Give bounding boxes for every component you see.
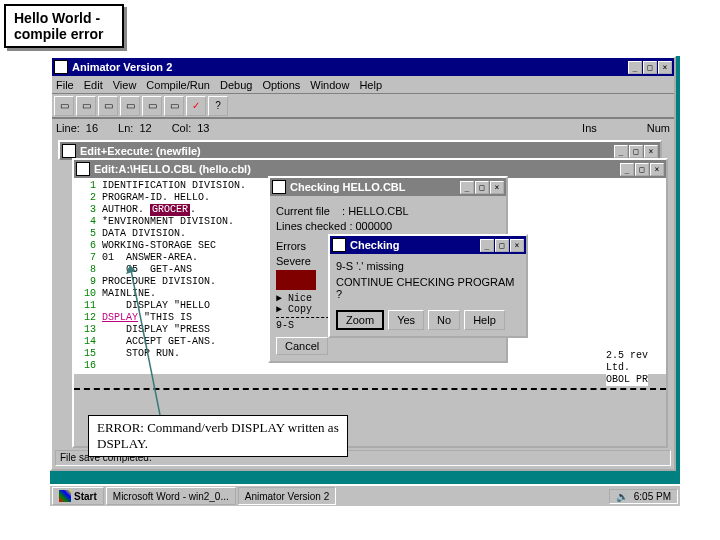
no-button[interactable]: No <box>428 310 460 330</box>
yes-button[interactable]: Yes <box>388 310 424 330</box>
taskbar: Start Microsoft Word - win2_0... Animato… <box>50 484 680 506</box>
minimize-button[interactable]: _ <box>628 61 642 74</box>
checking-inner-dialog: Checking _ □ × 9-S '.' missing CONTINUE … <box>328 234 528 338</box>
ins-indicator: Ins <box>582 122 597 134</box>
tool-btn-4[interactable]: ▭ <box>120 96 140 116</box>
edit-icon <box>62 144 76 158</box>
errors-label: Errors <box>276 240 306 252</box>
code-fragment-right: 2.5 rev Ltd. OBOL PR <box>606 350 648 386</box>
menu-compile-run[interactable]: Compile/Run <box>146 79 210 91</box>
menu-debug[interactable]: Debug <box>220 79 252 91</box>
current-file-value: : HELLO.CBL <box>342 205 409 217</box>
error-msg: 9-S '.' missing <box>336 260 520 272</box>
edit-execute-window: Edit+Execute: (newfile) _ □ × <box>58 140 662 160</box>
checking-title: Checking HELLO.CBL <box>290 181 460 193</box>
error-indicator-icon <box>276 270 316 290</box>
line-value: 16 <box>86 122 98 134</box>
line-label: Line: <box>56 122 80 134</box>
lines-checked-value: : 000000 <box>349 220 392 232</box>
checking-titlebar[interactable]: Checking HELLO.CBL _ □ × <box>270 178 506 196</box>
menu-edit[interactable]: Edit <box>84 79 103 91</box>
zoom-button[interactable]: Zoom <box>336 310 384 330</box>
menu-help[interactable]: Help <box>359 79 382 91</box>
start-button[interactable]: Start <box>52 487 104 505</box>
col-label: Col: <box>172 122 192 134</box>
inner-body: 9-S '.' missing CONTINUE CHECKING PROGRA… <box>330 254 526 336</box>
ln-label: Ln: <box>118 122 133 134</box>
code-close[interactable]: × <box>650 163 664 176</box>
main-title: Animator Version 2 <box>72 61 628 73</box>
severe-label: Severe <box>276 255 311 267</box>
tool-btn-3[interactable]: ▭ <box>98 96 118 116</box>
inner-icon <box>332 238 346 252</box>
maximize-button[interactable]: □ <box>643 61 657 74</box>
inner-min[interactable]: _ <box>480 239 494 252</box>
num-indicator: Num <box>647 122 670 134</box>
col-value: 13 <box>197 122 209 134</box>
current-file-label: Current file <box>276 205 330 217</box>
close-button[interactable]: × <box>658 61 672 74</box>
inner-max[interactable]: □ <box>495 239 509 252</box>
cancel-button[interactable]: Cancel <box>276 337 328 355</box>
toolbar: ▭ ▭ ▭ ▭ ▭ ▭ ✓ ? <box>52 94 674 118</box>
edit-minimize[interactable]: _ <box>614 145 628 158</box>
system-tray[interactable]: 🔊 6:05 PM <box>609 489 678 504</box>
tool-btn-5[interactable]: ▭ <box>142 96 162 116</box>
app-icon <box>54 60 68 74</box>
clock: 6:05 PM <box>634 491 671 502</box>
tray-icon: 🔊 <box>616 491 628 502</box>
code-maximize[interactable]: □ <box>635 163 649 176</box>
code-separator <box>74 388 666 390</box>
checking-maximize[interactable]: □ <box>475 181 489 194</box>
task-word[interactable]: Microsoft Word - win2_0... <box>106 487 236 505</box>
checking-minimize[interactable]: _ <box>460 181 474 194</box>
menu-options[interactable]: Options <box>262 79 300 91</box>
menu-view[interactable]: View <box>113 79 137 91</box>
menu-window[interactable]: Window <box>310 79 349 91</box>
annotation-error: ERROR: Command/verb DISPLAY written as D… <box>88 415 348 457</box>
ln-value: 12 <box>139 122 151 134</box>
annotation-title: Hello World - compile error <box>4 4 124 48</box>
help-button[interactable]: Help <box>464 310 505 330</box>
task-animator[interactable]: Animator Version 2 <box>238 487 337 505</box>
checking-close[interactable]: × <box>490 181 504 194</box>
tool-btn-check[interactable]: ✓ <box>186 96 206 116</box>
continue-msg: CONTINUE CHECKING PROGRAM ? <box>336 276 520 300</box>
tool-btn-help[interactable]: ? <box>208 96 228 116</box>
code-minimize[interactable]: _ <box>620 163 634 176</box>
tool-btn-1[interactable]: ▭ <box>54 96 74 116</box>
tool-btn-6[interactable]: ▭ <box>164 96 184 116</box>
menubar: File Edit View Compile/Run Debug Options… <box>52 76 674 94</box>
code-title: Edit:A:\HELLO.CBL (hello.cbl) <box>94 163 620 175</box>
edit-close[interactable]: × <box>644 145 658 158</box>
menu-file[interactable]: File <box>56 79 74 91</box>
inner-close[interactable]: × <box>510 239 524 252</box>
tool-btn-2[interactable]: ▭ <box>76 96 96 116</box>
inner-title: Checking <box>350 239 480 251</box>
main-titlebar[interactable]: Animator Version 2 _ □ × <box>52 58 674 76</box>
code-icon <box>76 162 90 176</box>
edit-maximize[interactable]: □ <box>629 145 643 158</box>
status-bar: Line: 16 Ln: 12 Col: 13 Ins Num <box>52 118 674 136</box>
windows-icon <box>59 490 71 502</box>
inner-titlebar[interactable]: Checking _ □ × <box>330 236 526 254</box>
edit-title: Edit+Execute: (newfile) <box>80 145 614 157</box>
lines-checked-label: Lines checked <box>276 220 346 232</box>
checking-icon <box>272 180 286 194</box>
